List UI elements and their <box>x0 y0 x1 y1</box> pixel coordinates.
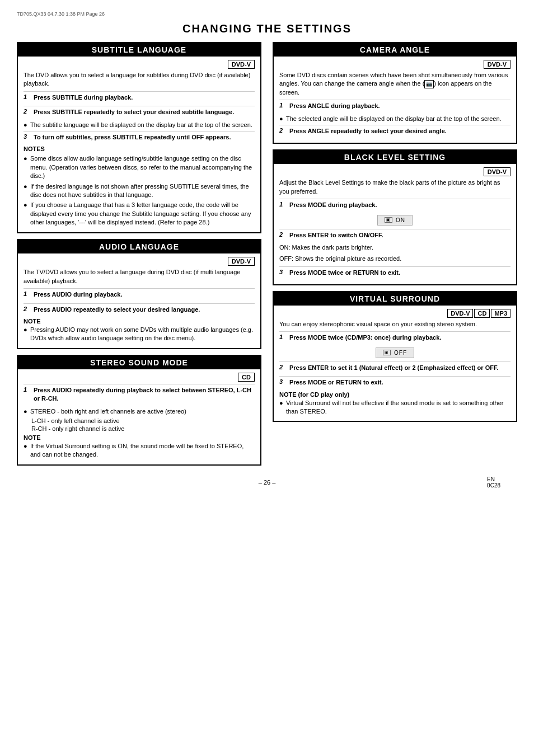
footer-lang: EN <box>487 476 495 482</box>
stereo-lch: L-CH - only left channel is active <box>31 417 255 424</box>
screen-on-text: ON <box>396 217 405 223</box>
step-text: Press SUBTITLE during playback. <box>34 93 133 102</box>
notes-label: NOTES <box>24 145 255 152</box>
stereo-cd-badge: CD <box>238 373 255 382</box>
virtual-surround-section: VIRTUAL SURROUND DVD-V CD MP3 You can en… <box>273 291 517 422</box>
vs-step1: 1 Press MODE twice (CD/MP3: once) during… <box>279 331 510 344</box>
camera-bullet1: ● The selected angle will be displayed o… <box>279 115 510 123</box>
screen-display: ▣ ON <box>377 215 413 226</box>
vs-screen-icon: ▣ <box>383 350 391 355</box>
black-step1: 1 Press MODE during playback. <box>279 199 510 211</box>
audio-language-header: AUDIO LANGUAGE <box>18 240 260 253</box>
audio-note: ● Pressing AUDIO may not work on some DV… <box>24 326 255 343</box>
screen-icon: ▣ <box>385 217 392 223</box>
camera-icon: 📷 <box>424 80 434 88</box>
audio-language-section: AUDIO LANGUAGE DVD-V The TV/DVD allows y… <box>17 239 261 349</box>
step-num: 3 <box>24 133 30 142</box>
virtual-surround-header: VIRTUAL SURROUND <box>274 292 516 306</box>
step-num: 2 <box>24 108 30 116</box>
footer-code: 0C28 <box>487 482 500 489</box>
footer-page-number: – 26 – <box>259 479 276 486</box>
subtitle-language-section: SUBTITLE LANGUAGE DVD-V The DVD allows y… <box>17 42 261 233</box>
subtitle-notes: ● Some discs allow audio language settin… <box>24 154 255 227</box>
black-level-section: BLACK LEVEL SETTING DVD-V Adjust the Bla… <box>273 149 517 285</box>
stereo-bullet: ● STEREO - both right and left channels … <box>24 407 255 416</box>
vs-intro: You can enjoy stereophonic visual space … <box>279 320 510 328</box>
black-step2: 2 Press ENTER to switch ON/OFF. <box>279 229 510 241</box>
vs-screen-display: ▣ OFF <box>376 348 414 358</box>
step-num: 1 <box>24 93 30 102</box>
camera-step1: 1 Press ANGLE during playback. <box>279 100 510 112</box>
black-level-screen: ▣ ON <box>279 215 510 226</box>
vs-step3: 3 Press MODE or RETURN to exit. <box>279 376 510 388</box>
stereo-step1: 1 Press AUDIO repeatedly during playback… <box>24 384 255 405</box>
vs-step2: 2 Press ENTER to set it 1 (Natural effec… <box>279 361 510 374</box>
subtitle-step2: 2 Press SUBTITLE repeatedly to select yo… <box>24 106 255 118</box>
audio-dvd-badge: DVD-V <box>228 257 255 266</box>
page-header: TD705.QX33 04.7.30 1:38 PM Page 26 <box>17 11 517 17</box>
page-footer: – 26 – EN 0C28 <box>17 479 517 486</box>
virtual-surround-badges: DVD-V CD MP3 <box>279 309 510 318</box>
camera-step2: 2 Press ANGLE repeatedly to select your … <box>279 125 510 137</box>
audio-intro: The TV/DVD allows you to select a langua… <box>24 268 255 285</box>
vs-note: ● Virtual Surround will not be effective… <box>279 399 510 416</box>
subtitle-language-header: SUBTITLE LANGUAGE <box>18 43 260 57</box>
black-level-on: ON: Makes the dark parts brighter. <box>279 243 510 252</box>
black-step3: 3 Press MODE twice or RETURN to exit. <box>279 266 510 279</box>
black-level-dvd-badge: DVD-V <box>484 167 510 176</box>
vs-mp3-badge: MP3 <box>491 309 510 318</box>
vs-note-label: NOTE (for CD play only) <box>279 391 510 398</box>
black-level-intro: Adjust the Black Level Settings to make … <box>279 179 510 196</box>
camera-intro: Some DVD discs contain scenes which have… <box>279 71 510 97</box>
vs-dvdv-badge: DVD-V <box>447 309 473 318</box>
black-level-off: OFF: Shows the original picture as recor… <box>279 255 510 263</box>
black-level-header: BLACK LEVEL SETTING <box>274 151 516 164</box>
vs-screen-text: OFF <box>394 350 407 356</box>
audio-step1: 1 Press AUDIO during playback. <box>24 288 255 300</box>
note-item: ● If the desired language is not shown a… <box>24 182 255 200</box>
audio-note-label: NOTE <box>24 318 255 325</box>
stereo-sound-section: STEREO SOUND MODE CD 1 Press AUDIO repea… <box>17 355 261 466</box>
page-title: CHANGING THE SETTINGS <box>17 22 517 35</box>
camera-angle-section: CAMERA ANGLE DVD-V Some DVD discs contai… <box>273 42 517 144</box>
step-text: Press SUBTITLE repeatedly to select your… <box>34 108 234 116</box>
stereo-sound-header: STEREO SOUND MODE <box>18 356 260 369</box>
stereo-bullets: ● STEREO - both right and left channels … <box>24 407 255 432</box>
subtitle-intro: The DVD allows you to select a language … <box>24 71 255 88</box>
audio-step2: 2 Press AUDIO repeatedly to select your … <box>24 303 255 316</box>
subtitle-bullet1: ● The subtitle language will be displaye… <box>24 121 255 129</box>
stereo-note-label: NOTE <box>24 434 255 441</box>
subtitle-dvd-badge: DVD-V <box>228 60 255 69</box>
stereo-note: ● If the Virtual Surround setting is ON,… <box>24 442 255 459</box>
stereo-rch: R-CH - only right channel is active <box>31 425 255 432</box>
subtitle-step3: 3 To turn off subtitles, press SUBTITLE … <box>24 131 255 143</box>
camera-dvd-badge: DVD-V <box>484 60 510 69</box>
step-text: To turn off subtitles, press SUBTITLE re… <box>34 133 231 142</box>
vs-screen: ▣ OFF <box>279 348 510 358</box>
note-item: ● If you choose a Language that has a 3 … <box>24 201 255 227</box>
camera-angle-header: CAMERA ANGLE <box>274 43 516 57</box>
subtitle-step1: 1 Press SUBTITLE during playback. <box>24 91 255 104</box>
note-item: ● Some discs allow audio language settin… <box>24 154 255 180</box>
vs-cd-badge: CD <box>474 309 490 318</box>
